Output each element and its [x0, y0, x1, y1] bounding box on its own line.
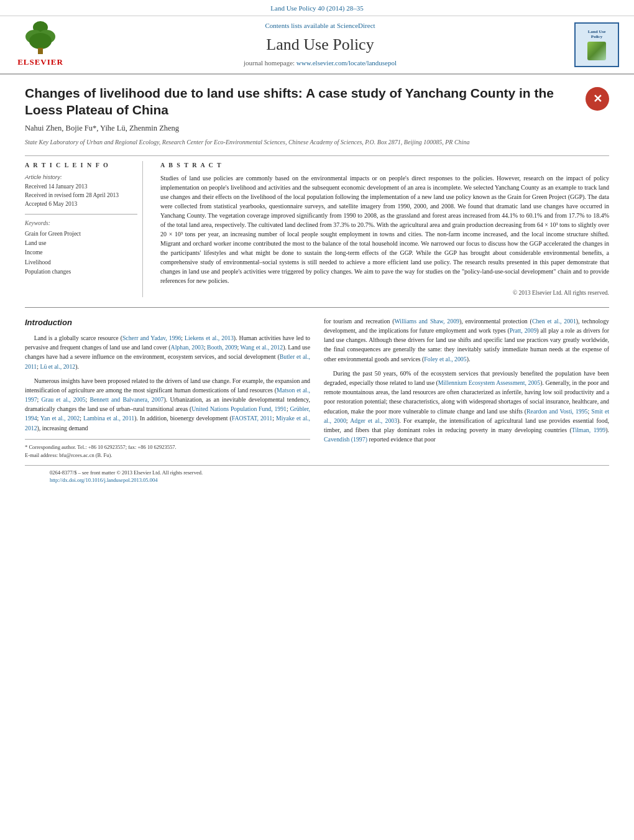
contents-line: Contents lists available at ScienceDirec…	[68, 21, 572, 30]
journal-logo-figure	[587, 42, 606, 60]
crossmark-badge: ✕	[586, 87, 609, 111]
intro-p2: Numerous insights have been proposed rel…	[25, 376, 310, 433]
svg-rect-4	[38, 48, 43, 54]
authors: Nahui Zhen, Bojie Fu*, Yihe Lü, Zhenmin …	[25, 123, 609, 134]
journal-center: Contents lists available at ScienceDirec…	[68, 21, 572, 68]
abstract-title: A B S T R A C T	[160, 161, 609, 170]
accepted-date: Accepted 6 May 2013	[25, 200, 137, 208]
crossmark-icon: ✕	[593, 93, 602, 104]
journal-issue: Land Use Policy 40 (2014) 28–35	[270, 4, 363, 12]
ref-faostat[interactable]: FAOSTAT, 2011	[232, 415, 273, 422]
intro-p1: Land is a globally scarce resource (Sche…	[25, 333, 310, 371]
section-divider	[25, 307, 609, 308]
ref-alphan[interactable]: Alphan, 2003	[171, 344, 204, 351]
keyword-4: Livelihood	[25, 258, 137, 267]
crossmark-circle: ✕	[586, 87, 609, 111]
ref-booth[interactable]: Booth, 2009	[207, 344, 237, 351]
keyword-5: Population changes	[25, 267, 137, 277]
footnote-section: * Corresponding author. Tel.: +86 10 629…	[25, 439, 310, 459]
tree-logo-icon	[22, 21, 59, 55]
article-dates: Received 14 January 2013 Received in rev…	[25, 182, 137, 209]
affiliation: State Key Laboratory of Urban and Region…	[25, 138, 609, 147]
body-columns: Introduction Land is a globally scarce r…	[25, 316, 609, 459]
top-bar: Land Use Policy 40 (2014) 28–35	[0, 0, 634, 16]
ref-adger[interactable]: Adger et al., 2003	[350, 417, 397, 424]
ref-liekens[interactable]: Liekens et al., 2013	[185, 335, 234, 341]
keyword-1: Grain for Green Project	[25, 229, 137, 239]
received-revised-date: Received in revised form 28 April 2013	[25, 191, 137, 200]
ref-cavendish[interactable]: Cavendish (1997)	[324, 436, 367, 443]
elsevier-logo: ELSEVIER	[12, 21, 68, 68]
doi-link: http://dx.doi.org/10.1016/j.landusepol.2…	[50, 477, 203, 484]
bottom-bar: 0264-8377/$ – see front matter © 2013 El…	[25, 465, 609, 488]
body-col-right: for tourism and recreation (Williams and…	[324, 316, 609, 459]
article-body: Changes of livelihood due to land use sh…	[0, 75, 634, 501]
ref-wang[interactable]: Wang et al., 2012	[241, 344, 283, 351]
info-abstract: A R T I C L E I N F O Article history: R…	[25, 161, 609, 297]
body-col-left: Introduction Land is a globally scarce r…	[25, 316, 310, 459]
bottom-left: 0264-8377/$ – see front matter © 2013 El…	[50, 469, 203, 484]
article-info-title: A R T I C L E I N F O	[25, 161, 137, 170]
ref-chen[interactable]: Chen et al., 2001	[532, 318, 576, 325]
keyword-2: Land use	[25, 239, 137, 248]
homepage-line: journal homepage: www.elsevier.com/locat…	[68, 58, 572, 68]
ref-mea[interactable]: Millennium Ecosystem Assessment, 2005	[438, 379, 540, 386]
svg-point-3	[29, 33, 52, 49]
ref-bennett[interactable]: Bennett and Balvanera, 2007	[90, 396, 163, 403]
intro-heading: Introduction	[25, 316, 310, 329]
ref-reardon[interactable]: Reardon and Vosti, 1995	[526, 408, 587, 415]
article-info: A R T I C L E I N F O Article history: R…	[25, 161, 143, 297]
ref-grau[interactable]: Grau et al., 2005	[42, 396, 86, 403]
journal-logo-image: Land UsePolicy	[574, 22, 619, 67]
ref-pratt[interactable]: Pratt, 2009	[510, 327, 536, 334]
intro-col2-p2: During the past 50 years, 60% of the eco…	[324, 369, 609, 444]
ref-scherr[interactable]: Scherr and Yadav, 1996	[122, 335, 181, 341]
ref-unpf[interactable]: United Nations Population Fund, 1991	[191, 405, 287, 412]
homepage-link[interactable]: www.elsevier.com/locate/landusepol	[296, 59, 397, 67]
ref-yan[interactable]: Yan et al., 2002	[40, 415, 80, 422]
copyright: © 2013 Elsevier Ltd. All rights reserved…	[160, 289, 609, 297]
keywords-label: Keywords:	[25, 219, 137, 228]
info-divider	[25, 214, 137, 215]
footnote-star-text: * Corresponding author. Tel.: +86 10 629…	[25, 443, 310, 451]
ref-lu[interactable]: Lü et al., 2012	[40, 363, 75, 370]
journal-logo-title: Land UsePolicy	[588, 29, 606, 40]
article-title: Changes of livelihood due to land use sh…	[25, 85, 577, 119]
ref-lambina[interactable]: Lambina et al., 2011	[83, 415, 134, 422]
article-title-section: Changes of livelihood due to land use sh…	[25, 85, 609, 119]
received-date: Received 14 January 2013	[25, 182, 137, 191]
abstract-section: A B S T R A C T Studies of land use poli…	[160, 161, 609, 297]
ref-tilman[interactable]: Tilman, 1999	[572, 427, 606, 433]
article-history-label: Article history:	[25, 173, 137, 181]
license-text: 0264-8377/$ – see front matter © 2013 El…	[50, 469, 203, 477]
divider-1	[25, 155, 609, 156]
journal-logo-box: Land UsePolicy	[572, 22, 622, 67]
doi-url[interactable]: http://dx.doi.org/10.1016/j.landusepol.2…	[50, 477, 157, 483]
elsevier-brand-text: ELSEVIER	[17, 57, 63, 68]
keyword-3: Income	[25, 248, 137, 257]
keywords-section: Keywords: Grain for Green Project Land u…	[25, 219, 137, 277]
page: Land Use Policy 40 (2014) 28–35 ELSEVIER…	[0, 0, 634, 501]
journal-title: Land Use Policy	[68, 34, 572, 56]
sciencedirect-link[interactable]: ScienceDirect	[337, 22, 375, 29]
intro-col2-p1: for tourism and recreation (Williams and…	[324, 316, 609, 364]
journal-header: ELSEVIER Contents lists available at Sci…	[0, 16, 634, 74]
footnote-email-text: E-mail address: bfu@rcees.ac.cn (B. Fu).	[25, 451, 310, 459]
abstract-text: Studies of land use policies are commonl…	[160, 173, 609, 285]
ref-foley[interactable]: Foley et al., 2005	[424, 356, 466, 362]
ref-williams[interactable]: Williams and Shaw, 2009	[394, 318, 459, 325]
